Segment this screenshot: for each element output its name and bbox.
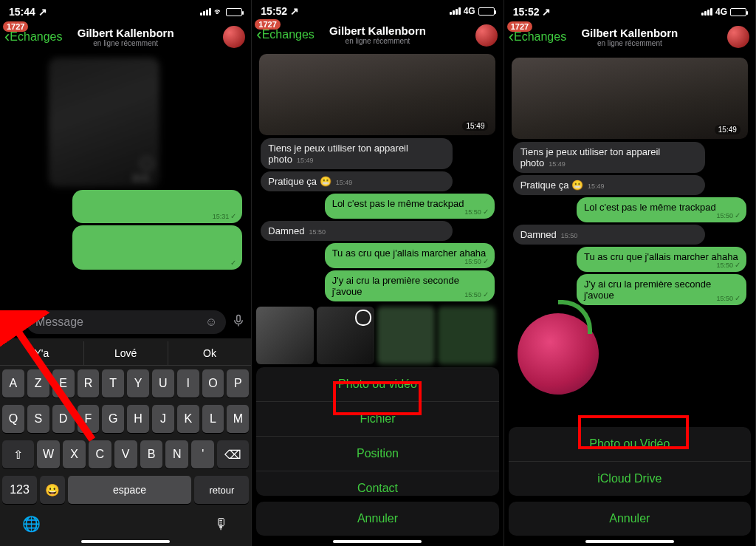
sheet-cancel[interactable]: Annuler [509, 502, 751, 536]
battery-icon [730, 8, 746, 16]
outgoing-message[interactable]: Tu as cru que j'allais marcher ahaha15:5… [577, 247, 746, 272]
outgoing-message[interactable]: 15:31✓ [72, 190, 242, 223]
incoming-image-message[interactable]: ↓ 15:31 [49, 58, 159, 187]
chat-title[interactable]: Gilbert Kallenborn en ligne récemment [329, 24, 426, 45]
message-input[interactable]: Message ☺ [27, 310, 226, 334]
space-key[interactable]: espace [68, 476, 192, 504]
chat-title[interactable]: Gilbert Kallenborn en ligne récemment [78, 27, 174, 47]
incoming-image-message[interactable]: 15:49 [512, 58, 748, 139]
outgoing-message[interactable]: Lol c'est pas le même trackpad15:50✓ [325, 194, 495, 219]
numeric-key[interactable]: 123 [2, 476, 37, 504]
incoming-message[interactable]: Pratique ça 😬15:49 [513, 175, 705, 195]
key[interactable]: P [227, 369, 249, 397]
dictation-icon[interactable]: 🎙 [214, 516, 229, 533]
return-key[interactable]: retour [194, 476, 249, 504]
home-indicator[interactable] [585, 540, 674, 543]
back-button[interactable]: 1727 ‹ Echanges [4, 29, 63, 45]
key[interactable]: W [37, 440, 60, 468]
key[interactable]: U [152, 369, 174, 397]
home-indicator[interactable] [333, 540, 422, 543]
cherry-sticker[interactable] [518, 313, 599, 395]
key[interactable]: E [52, 369, 75, 397]
key[interactable]: G [102, 405, 124, 433]
avatar[interactable] [223, 26, 245, 48]
incoming-image-message[interactable]: 15:49 [259, 54, 495, 135]
suggestion[interactable]: Y'a [0, 341, 84, 365]
sheet-icloud-drive[interactable]: iCloud Drive [509, 462, 751, 496]
key[interactable]: T [102, 369, 124, 397]
key[interactable]: J [152, 405, 174, 433]
key[interactable]: C [89, 440, 111, 468]
home-indicator[interactable] [81, 540, 170, 543]
key[interactable]: L [202, 405, 224, 433]
outgoing-message[interactable]: J'y ai cru la première seconde j'avoue15… [577, 274, 746, 305]
status-time: 15:52 [513, 6, 540, 18]
message-time: 15:49 [462, 121, 488, 131]
contact-name: Gilbert Kallenborn [581, 27, 678, 39]
emoji-key[interactable]: 😀 [40, 476, 65, 504]
key-row: ⇧ W X C V B N ' ⌫ [0, 437, 251, 472]
key[interactable]: N [165, 440, 188, 468]
key[interactable]: I [177, 369, 199, 397]
key[interactable]: Y [127, 369, 149, 397]
sheet-position[interactable]: Position [256, 437, 498, 471]
attach-icon[interactable] [6, 313, 21, 332]
globe-icon[interactable]: 🌐 [22, 515, 41, 533]
recent-photos-row [252, 304, 503, 367]
screen-1-chat-keyboard: 15:44 ↗ ᯤ 1727 ‹ Echanges Gilbert Kallen… [0, 0, 252, 546]
key[interactable]: ' [191, 440, 214, 468]
incoming-message[interactable]: Damned15:50 [261, 221, 453, 241]
network-label: 4G [464, 6, 475, 16]
contact-name: Gilbert Kallenborn [329, 24, 426, 37]
key[interactable]: Q [2, 405, 24, 433]
suggestion[interactable]: Lové [84, 341, 168, 365]
chat-title[interactable]: Gilbert Kallenborn en ligne récemment [581, 27, 678, 47]
back-label: Echanges [514, 30, 566, 44]
photo-thumbnail[interactable] [377, 307, 435, 364]
sheet-photo-video[interactable]: Photo ou Vidéo [509, 427, 751, 462]
contact-name: Gilbert Kallenborn [78, 27, 174, 39]
outgoing-message[interactable]: Lol c'est pas le même trackpad15:50✓ [577, 197, 746, 222]
key[interactable]: H [127, 405, 149, 433]
message-list[interactable]: 15:49 Tiens je peux utiliser ton apparei… [252, 50, 503, 304]
back-button[interactable]: 1727 ‹ Echanges [509, 29, 567, 45]
avatar[interactable] [727, 26, 749, 48]
mic-icon[interactable] [232, 313, 245, 332]
incoming-message[interactable]: Damned15:50 [513, 225, 705, 245]
key[interactable]: A [2, 369, 24, 397]
sheet-cancel[interactable]: Annuler [256, 502, 498, 536]
backspace-key[interactable]: ⌫ [217, 440, 249, 468]
download-icon[interactable]: ↓ [140, 157, 154, 171]
key[interactable]: K [177, 405, 199, 433]
outgoing-message[interactable]: ✓ [72, 225, 242, 270]
shift-key[interactable]: ⇧ [2, 440, 34, 468]
incoming-message[interactable]: Pratique ça 😬15:49 [261, 171, 453, 191]
incoming-message[interactable]: Tiens je peux utiliser ton appareil phot… [513, 142, 705, 173]
sticker-icon[interactable]: ☺ [205, 315, 217, 329]
key[interactable]: B [140, 440, 163, 468]
incoming-message[interactable]: Tiens je peux utiliser ton appareil phot… [261, 138, 453, 169]
message-list[interactable]: ↓ 15:31 15:31✓ ✓ [0, 53, 251, 306]
key[interactable]: O [202, 369, 224, 397]
back-button[interactable]: 1727 ‹ Echanges [256, 27, 315, 43]
key[interactable]: R [78, 369, 100, 397]
key[interactable]: V [114, 440, 137, 468]
key[interactable]: X [63, 440, 86, 468]
photo-thumbnail[interactable] [317, 307, 374, 364]
avatar[interactable] [475, 24, 498, 47]
message-list[interactable]: 15:49 Tiens je peux utiliser ton apparei… [504, 53, 755, 307]
key[interactable]: F [78, 405, 100, 433]
key[interactable]: D [52, 405, 75, 433]
sheet-file[interactable]: Fichier [256, 402, 498, 437]
key[interactable]: Z [27, 369, 49, 397]
outgoing-message[interactable]: Tu as cru que j'allais marcher ahaha15:5… [325, 243, 495, 268]
outgoing-message[interactable]: J'y ai cru la première seconde j'avoue15… [325, 270, 495, 301]
key[interactable]: M [227, 405, 249, 433]
suggestion[interactable]: Ok [168, 341, 252, 365]
sheet-contact[interactable]: Contact [256, 471, 498, 496]
photo-thumbnail[interactable] [438, 307, 495, 364]
photo-thumbnail[interactable] [256, 307, 314, 364]
nav-bar: 1727 ‹ Echanges Gilbert Kallenborn en li… [504, 21, 755, 53]
key[interactable]: S [27, 405, 49, 433]
sheet-photo-video[interactable]: Photo ou vidéo [256, 367, 498, 402]
